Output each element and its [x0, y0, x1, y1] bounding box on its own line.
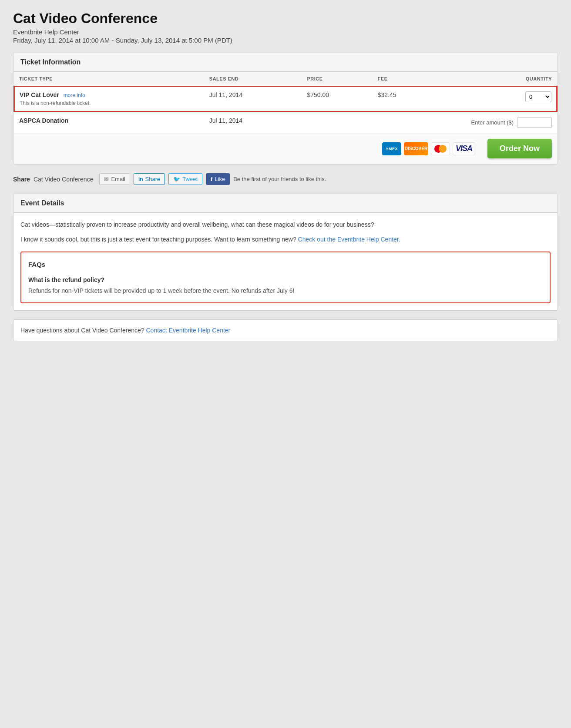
event-organizer: Eventbrite Help Center: [13, 28, 558, 36]
col-sales-end: SALES END: [204, 72, 302, 86]
facebook-like-button[interactable]: f Like: [206, 173, 230, 185]
twitter-icon: 🐦: [173, 176, 180, 182]
donation-amount-cell: Enter amount ($): [373, 112, 557, 134]
linkedin-share-label: Share: [145, 176, 161, 182]
vip-quantity-select[interactable]: 0 1 2 3 4: [525, 91, 551, 102]
order-footer-inner: AMEX DISCOVER VISA: [19, 139, 552, 158]
order-now-button[interactable]: Order Now: [487, 139, 552, 158]
discover-icon: DISCOVER: [404, 142, 428, 155]
event-details-para-2-text: I know it sounds cool, but this is just …: [20, 236, 296, 243]
ticket-table: TICKET TYPE SALES END PRICE FEE QUANTITY…: [13, 72, 558, 164]
vip-quantity-cell: 0 1 2 3 4: [481, 86, 557, 112]
contact-link[interactable]: Contact Eventbrite Help Center: [146, 327, 231, 334]
faqs-header: FAQs: [28, 259, 543, 270]
mastercard-icon: [431, 142, 450, 155]
vip-price: $750.00: [302, 86, 372, 112]
donation-ticket-name-cell: ASPCA Donation: [14, 112, 204, 134]
col-ticket-type: TICKET TYPE: [14, 72, 204, 86]
table-row: VIP Cat Lover more info This is a non-re…: [14, 86, 557, 112]
enter-amount-label: Enter amount ($): [471, 119, 514, 126]
event-title: Cat Video Conference: [13, 10, 558, 27]
event-date: Friday, July 11, 2014 at 10:00 AM - Sund…: [13, 37, 558, 44]
event-details-card: Event Details Cat videos—statistically p…: [13, 194, 558, 311]
event-details-header: Event Details: [13, 194, 558, 213]
vip-sales-end: Jul 11, 2014: [204, 86, 302, 112]
col-price: PRICE: [302, 72, 372, 86]
col-quantity: QUANTITY: [481, 72, 557, 86]
contact-text: Have questions about Cat Video Conferenc…: [20, 327, 144, 334]
vip-ticket-name: VIP Cat Lover: [20, 91, 59, 98]
email-icon: ✉: [104, 176, 109, 182]
ticket-card-header: Ticket Information: [13, 53, 558, 72]
linkedin-share-button[interactable]: in Share: [134, 173, 165, 185]
ticket-information-card: Ticket Information TICKET TYPE SALES END…: [13, 53, 558, 164]
event-details-para-1: Cat videos—statistically proven to incre…: [20, 220, 551, 229]
email-share-button[interactable]: ✉ Email: [99, 173, 130, 185]
contact-card: Have questions about Cat Video Conferenc…: [13, 319, 558, 341]
faq-question: What is the refund policy?: [28, 275, 543, 285]
ticket-table-header-row: TICKET TYPE SALES END PRICE FEE QUANTITY: [14, 72, 557, 86]
col-fee: FEE: [373, 72, 481, 86]
more-info-link[interactable]: more info: [64, 92, 85, 98]
vip-ticket-name-cell: VIP Cat Lover more info This is a non-re…: [14, 86, 204, 112]
event-details-content: Cat videos—statistically proven to incre…: [13, 213, 558, 310]
order-footer-cell: AMEX DISCOVER VISA: [14, 134, 557, 164]
vip-ticket-note: This is a non-refundable ticket.: [20, 100, 199, 106]
twitter-share-label: Tweet: [182, 176, 198, 182]
donation-ticket-name: ASPCA Donation: [19, 117, 68, 124]
visa-icon: VISA: [453, 142, 475, 155]
donation-amount-input[interactable]: [517, 117, 552, 128]
mc-circles: [434, 145, 447, 153]
mc-circle-orange: [439, 145, 447, 153]
twitter-share-button[interactable]: 🐦 Tweet: [168, 173, 202, 185]
facebook-like-label: Like: [215, 176, 225, 182]
email-share-label: Email: [111, 176, 125, 182]
order-footer-row: AMEX DISCOVER VISA: [14, 134, 557, 164]
linkedin-icon: in: [138, 176, 143, 182]
help-center-link[interactable]: Check out the Eventbrite Help Center.: [298, 236, 400, 243]
share-section: Share Cat Video Conference ✉ Email in Sh…: [13, 173, 558, 185]
event-details-para-2: I know it sounds cool, but this is just …: [20, 235, 551, 244]
faq-item: What is the refund policy? Refunds for n…: [28, 275, 543, 295]
share-event-name: Cat Video Conference: [34, 176, 94, 183]
faq-answer: Refunds for non-VIP tickets will be prov…: [28, 286, 543, 295]
share-label: Share: [13, 176, 30, 183]
table-row: ASPCA Donation Jul 11, 2014 Enter amount…: [14, 112, 557, 134]
like-text: Be the first of your friends to like thi…: [233, 176, 326, 182]
faqs-section: FAQs What is the refund policy? Refunds …: [20, 252, 551, 303]
facebook-icon: f: [211, 176, 212, 182]
vip-fee: $32.45: [373, 86, 481, 112]
donation-price: [302, 112, 372, 134]
donation-sales-end: Jul 11, 2014: [204, 112, 302, 134]
payment-icons: AMEX DISCOVER VISA: [382, 142, 475, 155]
amex-icon: AMEX: [382, 142, 401, 155]
